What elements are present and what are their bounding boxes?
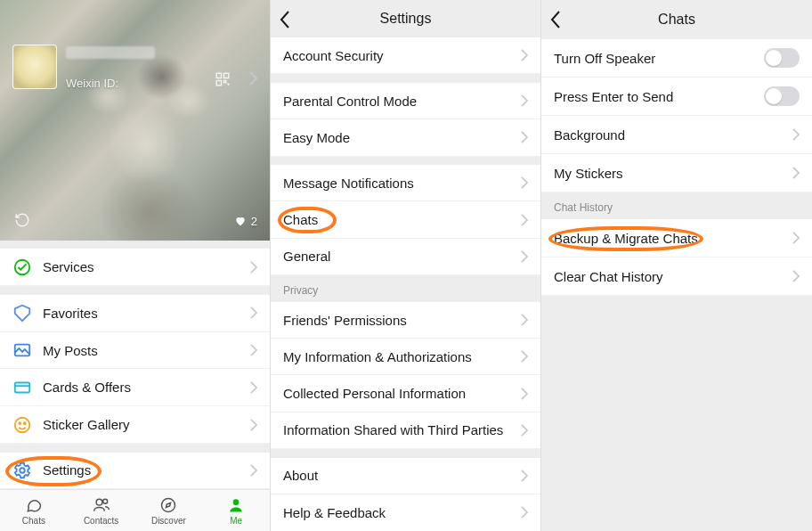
profile-name-blur bbox=[66, 46, 155, 59]
chevron-right-icon bbox=[250, 464, 257, 477]
settings-general[interactable]: General bbox=[271, 239, 540, 275]
svg-rect-5 bbox=[15, 382, 30, 392]
gear-icon bbox=[12, 461, 32, 480]
services-icon bbox=[12, 257, 32, 277]
likes-count: 2 bbox=[251, 215, 257, 228]
favorites-icon bbox=[12, 303, 32, 323]
toggle-speaker[interactable] bbox=[764, 48, 800, 68]
page-title: Chats bbox=[658, 12, 695, 28]
chevron-right-icon bbox=[521, 214, 528, 226]
settings-help-feedback[interactable]: Help & Feedback bbox=[271, 494, 540, 531]
tabbar: Chats Contacts Discover Me bbox=[0, 489, 270, 531]
tab-contacts[interactable]: Contacts bbox=[68, 490, 135, 531]
chevron-right-icon bbox=[250, 381, 257, 394]
qr-code-icon[interactable] bbox=[215, 71, 231, 87]
profile-header: Weixin ID: 2 bbox=[0, 0, 270, 241]
chevron-right-icon bbox=[521, 94, 528, 107]
toggle-press-enter[interactable] bbox=[764, 86, 800, 106]
chevron-right-icon bbox=[250, 306, 257, 319]
settings-msg-notif[interactable]: Message Notifications bbox=[271, 165, 540, 201]
cards-icon bbox=[12, 378, 32, 397]
weixin-id-label: Weixin ID: bbox=[66, 77, 118, 90]
chevron-right-icon bbox=[792, 232, 800, 244]
chevron-right-icon bbox=[250, 419, 257, 431]
svg-rect-1 bbox=[224, 73, 229, 78]
chat-history-section-label: Chat History bbox=[541, 192, 812, 219]
back-button[interactable] bbox=[550, 11, 560, 32]
chevron-right-icon bbox=[521, 388, 528, 400]
chevron-right-icon bbox=[521, 470, 528, 482]
tab-discover[interactable]: Discover bbox=[135, 490, 203, 531]
settings-myinfo-auth[interactable]: My Information & Authorizations bbox=[271, 339, 540, 375]
menu-favorites[interactable]: Favorites bbox=[0, 295, 270, 332]
chevron-right-icon bbox=[521, 506, 528, 519]
privacy-section-label: Privacy bbox=[271, 275, 540, 302]
page-title: Settings bbox=[380, 11, 432, 27]
svg-point-7 bbox=[19, 422, 20, 424]
chats-background[interactable]: Background bbox=[541, 116, 812, 154]
chats-clear-history[interactable]: Clear Chat History bbox=[541, 257, 812, 296]
settings-chats[interactable]: Chats bbox=[271, 201, 540, 238]
settings-collected[interactable]: Collected Personal Information bbox=[271, 375, 540, 412]
chevron-right-icon bbox=[521, 176, 528, 189]
menu-services[interactable]: Services bbox=[0, 249, 270, 286]
chats-backup-migrate[interactable]: Backup & Migrate Chats bbox=[541, 219, 812, 257]
svg-point-11 bbox=[102, 499, 107, 503]
menu-cardsoffers[interactable]: Cards & Offers bbox=[0, 369, 270, 406]
refresh-icon[interactable] bbox=[14, 212, 30, 228]
chevron-right-icon bbox=[792, 128, 800, 141]
settings-shared-third[interactable]: Information Shared with Third Parties bbox=[271, 413, 540, 449]
svg-rect-0 bbox=[216, 73, 221, 78]
chats-my-stickers[interactable]: My Stickers bbox=[541, 154, 812, 192]
menu-myposts[interactable]: My Posts bbox=[0, 332, 270, 370]
svg-point-10 bbox=[96, 499, 102, 505]
svg-marker-13 bbox=[166, 502, 171, 507]
settings-about[interactable]: About bbox=[271, 458, 540, 494]
menu-settings[interactable]: Settings bbox=[0, 453, 270, 490]
chats-settings-screen: Chats Turn Off Speaker Press Enter to Se… bbox=[540, 0, 812, 531]
svg-point-14 bbox=[233, 499, 240, 505]
tab-chats[interactable]: Chats bbox=[0, 490, 68, 531]
back-button[interactable] bbox=[280, 11, 289, 32]
chevron-right-icon bbox=[250, 261, 257, 274]
svg-point-8 bbox=[24, 422, 26, 424]
chevron-right-icon bbox=[521, 250, 528, 263]
chevron-right-icon bbox=[521, 424, 528, 437]
tab-me[interactable]: Me bbox=[202, 490, 270, 531]
settings-account-security[interactable]: Account Security bbox=[271, 37, 540, 74]
chevron-right-icon bbox=[250, 344, 257, 356]
svg-point-9 bbox=[20, 468, 25, 473]
svg-point-12 bbox=[162, 498, 175, 511]
moments-likes[interactable]: 2 bbox=[234, 215, 257, 228]
chevron-right-icon[interactable] bbox=[249, 71, 257, 88]
navbar: Chats bbox=[541, 0, 812, 39]
chevron-right-icon bbox=[792, 167, 800, 179]
chevron-right-icon bbox=[521, 350, 528, 363]
chevron-right-icon bbox=[521, 314, 528, 326]
svg-point-6 bbox=[15, 417, 30, 432]
chevron-right-icon bbox=[792, 270, 800, 282]
settings-parental[interactable]: Parental Control Mode bbox=[271, 83, 540, 119]
navbar: Settings bbox=[271, 0, 540, 37]
chats-press-enter[interactable]: Press Enter to Send bbox=[541, 78, 812, 116]
settings-easy-mode[interactable]: Easy Mode bbox=[271, 119, 540, 156]
sticker-icon bbox=[12, 415, 32, 435]
menu-stickergallery[interactable]: Sticker Gallery bbox=[0, 406, 270, 444]
chats-turn-off-speaker[interactable]: Turn Off Speaker bbox=[541, 39, 812, 78]
me-screen: Weixin ID: 2 Services bbox=[0, 0, 270, 531]
chevron-right-icon bbox=[521, 131, 528, 143]
settings-screen: Settings Account Security Parental Contr… bbox=[270, 0, 540, 531]
avatar[interactable] bbox=[12, 45, 57, 89]
settings-friends-perm[interactable]: Friends' Permissions bbox=[271, 302, 540, 339]
chevron-right-icon bbox=[521, 49, 528, 61]
posts-icon bbox=[12, 340, 32, 360]
svg-rect-2 bbox=[216, 81, 221, 86]
